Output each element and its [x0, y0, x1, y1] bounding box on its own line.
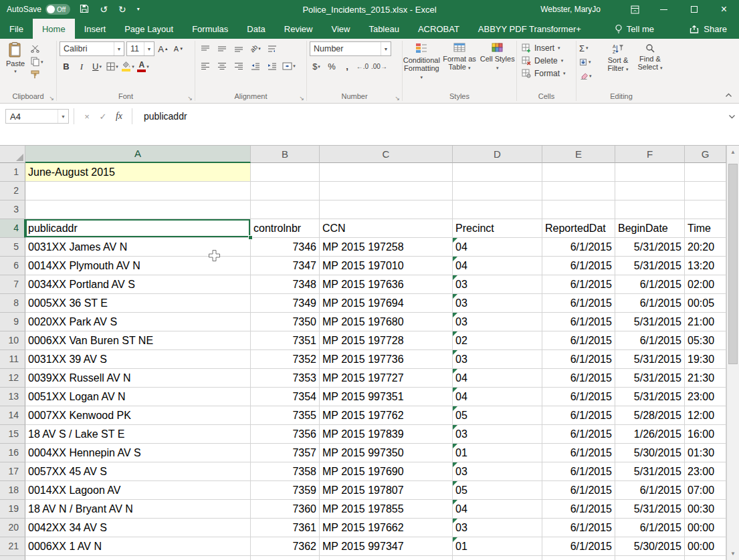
cell-G8[interactable]: 00:05: [685, 294, 726, 313]
cell-B1[interactable]: [251, 163, 320, 182]
cell-E19[interactable]: 6/1/2015: [542, 500, 615, 519]
cell-G20[interactable]: 00:00: [685, 519, 726, 537]
cell-E3[interactable]: [542, 200, 615, 219]
cell-F2[interactable]: [615, 182, 685, 200]
cell-C22[interactable]: [320, 556, 453, 560]
cell-A4[interactable]: publicaddr: [25, 219, 251, 238]
cell-E14[interactable]: 6/1/2015: [542, 406, 615, 425]
col-header-G[interactable]: G: [685, 146, 726, 163]
cell-A20[interactable]: 0042XX 34 AV S: [25, 519, 251, 537]
row-header-10[interactable]: 10: [0, 331, 25, 350]
row-header-18[interactable]: 18: [0, 481, 25, 500]
cell-G4[interactable]: Time: [685, 219, 726, 238]
cell-C20[interactable]: MP 2015 197662: [320, 519, 453, 537]
cell-E13[interactable]: 6/1/2015: [542, 388, 615, 406]
cell-D13[interactable]: 04: [453, 388, 542, 406]
select-all-button[interactable]: [0, 146, 25, 163]
scroll-up-button[interactable]: ▲: [727, 146, 739, 158]
autosum-button[interactable]: Σ▾: [579, 43, 602, 53]
cell-B13[interactable]: 7354: [251, 388, 320, 406]
close-button[interactable]: ×: [709, 0, 739, 19]
cell-D8[interactable]: 03: [453, 294, 542, 313]
row-header-22[interactable]: 22: [0, 556, 25, 560]
cell-A5[interactable]: 0031XX James AV N: [25, 238, 251, 257]
cell-G14[interactable]: 12:00: [685, 406, 726, 425]
tab-insert[interactable]: Insert: [75, 19, 116, 39]
user-name[interactable]: Webster, MaryJo: [540, 5, 601, 14]
clipboard-dialog-launcher[interactable]: ↘: [49, 96, 54, 102]
cell-D3[interactable]: [453, 200, 542, 219]
cell-A15[interactable]: 18 AV S / Lake ST E: [25, 425, 251, 444]
cell-C21[interactable]: MP 2015 997347: [320, 537, 453, 556]
row-header-5[interactable]: 5: [0, 238, 25, 257]
percent-style-button[interactable]: %: [325, 59, 338, 74]
collapse-ribbon-button[interactable]: [725, 88, 732, 100]
cell-C16[interactable]: MP 2015 997350: [320, 444, 453, 462]
cell-C2[interactable]: [320, 182, 453, 200]
middle-align-button[interactable]: [215, 41, 229, 55]
cell-G3[interactable]: [685, 200, 726, 219]
cell-G18[interactable]: 07:00: [685, 481, 726, 500]
increase-indent-button[interactable]: [265, 59, 280, 73]
cell-G15[interactable]: 16:00: [685, 425, 726, 444]
cell-F21[interactable]: 5/30/2015: [615, 537, 685, 556]
cell-A19[interactable]: 18 AV N / Bryant AV N: [25, 500, 251, 519]
cell-B5[interactable]: 7346: [251, 238, 320, 257]
cell-D1[interactable]: [453, 163, 542, 182]
row-header-8[interactable]: 8: [0, 294, 25, 313]
enter-button[interactable]: ✓: [95, 112, 111, 122]
customize-qat-button[interactable]: ▾: [137, 7, 140, 12]
merge-center-button[interactable]: ▾: [282, 59, 296, 73]
save-button[interactable]: [80, 4, 89, 15]
conditional-formatting-button[interactable]: Conditional Formatting ▾: [403, 39, 441, 92]
find-select-button[interactable]: Find & Select ▾: [634, 41, 666, 92]
tab-home[interactable]: Home: [33, 19, 75, 39]
tab-page-layout[interactable]: Page Layout: [115, 19, 183, 39]
align-center-button[interactable]: [215, 59, 229, 73]
cell-C5[interactable]: MP 2015 197258: [320, 238, 453, 257]
tab-review[interactable]: Review: [275, 19, 322, 39]
cell-B14[interactable]: 7355: [251, 406, 320, 425]
decrease-indent-button[interactable]: [248, 59, 263, 73]
cell-G2[interactable]: [685, 182, 726, 200]
cell-A14[interactable]: 0007XX Kenwood PK: [25, 406, 251, 425]
cell-E21[interactable]: 6/1/2015: [542, 537, 615, 556]
cell-D16[interactable]: 01: [453, 444, 542, 462]
wrap-text-button[interactable]: [265, 41, 280, 55]
cell-E20[interactable]: 6/1/2015: [542, 519, 615, 537]
cell-B2[interactable]: [251, 182, 320, 200]
cell-F5[interactable]: 5/31/2015: [615, 238, 685, 257]
cell-E1[interactable]: [542, 163, 615, 182]
col-header-D[interactable]: D: [453, 146, 542, 163]
undo-button[interactable]: ↺: [100, 5, 108, 14]
col-header-C[interactable]: C: [320, 146, 453, 163]
insert-function-button[interactable]: fx: [111, 111, 127, 122]
underline-button[interactable]: U▾: [90, 59, 104, 74]
tab-abbyy[interactable]: ABBYY PDF Transformer+: [469, 19, 591, 39]
number-dialog-launcher[interactable]: ↘: [395, 96, 400, 102]
copy-button[interactable]: ▾: [31, 57, 43, 66]
cell-F15[interactable]: 1/26/2015: [615, 425, 685, 444]
font-size-combo[interactable]: 11 ▼: [126, 41, 154, 56]
cell-A16[interactable]: 0004XX Hennepin AV S: [25, 444, 251, 462]
cell-G7[interactable]: 02:00: [685, 275, 726, 294]
cell-F12[interactable]: 5/31/2015: [615, 369, 685, 388]
scrollbar-thumb[interactable]: [728, 164, 738, 364]
cell-F22[interactable]: [615, 556, 685, 560]
cell-F13[interactable]: 5/31/2015: [615, 388, 685, 406]
cell-C3[interactable]: [320, 200, 453, 219]
cell-A9[interactable]: 0020XX Park AV S: [25, 313, 251, 331]
cell-A17[interactable]: 0057XX 45 AV S: [25, 462, 251, 481]
row-header-20[interactable]: 20: [0, 519, 25, 537]
cell-C10[interactable]: MP 2015 197728: [320, 331, 453, 350]
cell-D18[interactable]: 05: [453, 481, 542, 500]
col-header-B[interactable]: B: [251, 146, 320, 163]
cell-B12[interactable]: 7353: [251, 369, 320, 388]
cell-G22[interactable]: [685, 556, 726, 560]
cell-C11[interactable]: MP 2015 197736: [320, 350, 453, 369]
cell-D10[interactable]: 02: [453, 331, 542, 350]
cell-D5[interactable]: 04: [453, 238, 542, 257]
accounting-format-button[interactable]: $▾: [310, 59, 323, 74]
cell-D4[interactable]: Precinct: [453, 219, 542, 238]
ribbon-display-options-button[interactable]: [621, 0, 649, 19]
